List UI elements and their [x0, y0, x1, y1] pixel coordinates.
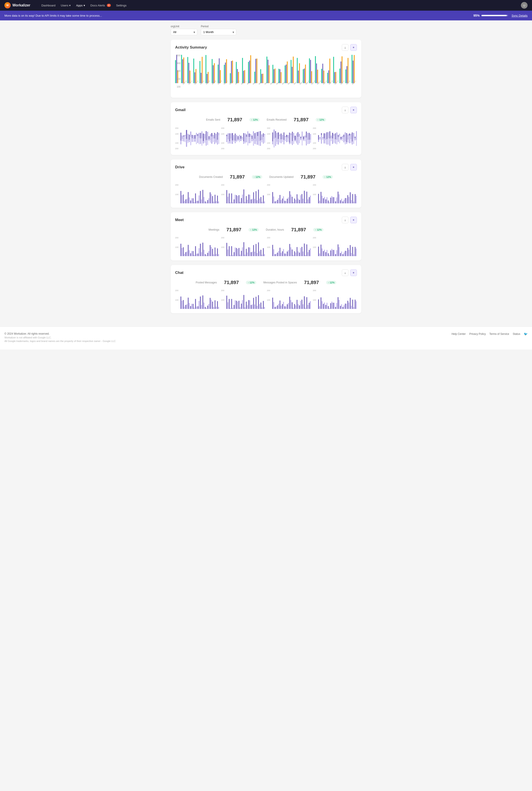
positive-bar	[247, 131, 248, 137]
bar-group	[229, 193, 231, 203]
bar	[217, 248, 218, 256]
positive-bars	[226, 289, 265, 309]
chat-settings-button[interactable]: ✦	[350, 269, 357, 276]
twitter-icon[interactable]: 🐦	[524, 332, 528, 336]
negative-bar	[240, 138, 241, 141]
bar-light	[262, 307, 263, 309]
negative-bar	[345, 141, 346, 144]
bar-light	[227, 197, 228, 203]
bar	[284, 253, 285, 256]
gmail-settings-button[interactable]: ✦	[350, 107, 357, 113]
bar	[258, 295, 259, 309]
drive-settings-button[interactable]: ✦	[350, 164, 357, 171]
drive-updated-value: 71,897	[301, 174, 316, 180]
bar	[229, 193, 230, 203]
bar-light	[324, 197, 325, 203]
positive-bar	[260, 131, 261, 140]
bar-group	[292, 132, 293, 145]
negative-bar	[232, 140, 233, 144]
bar-light	[300, 195, 301, 203]
up-arrow-icon: ↑	[318, 118, 319, 121]
bar-group	[338, 135, 339, 142]
footer-terms[interactable]: Terms of Service	[490, 333, 509, 336]
activity-settings-button[interactable]: ✦	[350, 44, 357, 51]
bar	[207, 200, 208, 203]
bar-light	[331, 302, 332, 309]
bar-light	[341, 251, 342, 256]
bar-light	[310, 248, 311, 256]
bar	[239, 195, 240, 203]
chat-actions: ↓ ✦	[342, 269, 357, 276]
bar-group	[197, 301, 200, 309]
positive-bar	[303, 136, 304, 139]
bar-light	[235, 195, 235, 203]
nav-dashboard[interactable]: Dashboard	[39, 2, 58, 9]
period-select[interactable]: 1 Month	[201, 29, 236, 35]
positive-bar	[285, 136, 286, 137]
gmail-download-button[interactable]: ↓	[342, 107, 348, 113]
bar-light	[227, 302, 228, 309]
activity-download-button[interactable]: ↓	[342, 44, 348, 51]
sync-details-link[interactable]: Sync Details	[512, 14, 528, 17]
avatar[interactable]: U	[521, 2, 528, 8]
nav-users[interactable]: Users ▾	[58, 2, 73, 9]
bar	[263, 195, 264, 203]
negative-bar	[284, 140, 284, 144]
activity-bar	[193, 59, 194, 83]
bar-group	[261, 134, 262, 143]
bar-group	[212, 59, 217, 83]
negative-bar	[341, 139, 341, 140]
bar-light	[240, 255, 241, 256]
bar-light	[339, 300, 340, 309]
drive-updated-label: Documents Updated	[269, 175, 293, 178]
bar-light	[189, 303, 190, 309]
bar-group	[243, 189, 245, 203]
bar-light	[331, 196, 332, 203]
footer-privacy-policy[interactable]: Privacy Policy	[469, 333, 486, 336]
footer-status[interactable]: Status	[513, 333, 520, 336]
nav-apps[interactable]: Apps ▾	[74, 2, 87, 9]
period-select-wrap: 1 Month	[201, 29, 236, 35]
bar-light	[356, 301, 357, 309]
up-arrow-icon: ↑	[328, 281, 329, 284]
positive-bars	[318, 236, 357, 256]
positive-bar	[202, 131, 202, 138]
bar-light	[201, 199, 202, 203]
footer-left: © 2024 Workalizer. All rights reserved. …	[4, 332, 116, 342]
chat-spaces-value: 71,897	[304, 280, 319, 285]
bar	[333, 303, 334, 309]
small-chart-wrap: 200100	[313, 236, 357, 256]
bar-light	[322, 195, 323, 203]
bar-light	[329, 308, 330, 309]
drive-download-button[interactable]: ↓	[342, 164, 348, 171]
bar	[321, 245, 321, 256]
bar-group	[180, 244, 183, 256]
positive-bar	[204, 134, 205, 138]
bar-group	[183, 300, 185, 309]
meet-settings-button[interactable]: ✦	[350, 216, 357, 223]
bar-group	[324, 133, 324, 144]
bar-light	[346, 304, 347, 309]
bar	[212, 249, 213, 256]
drive-actions: ↓ ✦	[342, 164, 357, 171]
chat-download-button[interactable]: ↓	[342, 269, 348, 276]
negative-bar	[263, 137, 264, 144]
negative-bar	[282, 139, 283, 142]
bar-group	[255, 297, 258, 309]
bar	[180, 244, 181, 256]
bar	[355, 300, 356, 309]
bar	[325, 199, 326, 203]
footer-help-center[interactable]: Help Center	[452, 333, 466, 336]
positive-bar	[339, 134, 340, 136]
nav-settings[interactable]: Settings	[114, 2, 129, 9]
negative-bar	[182, 139, 183, 141]
meet-download-button[interactable]: ↓	[342, 216, 348, 223]
gmail-received-badge: ↑ 12%	[316, 118, 326, 121]
nav-docs-alerts[interactable]: Docs Alerts 4	[88, 2, 113, 9]
org-unit-select[interactable]: All	[171, 29, 197, 35]
bar-group	[246, 249, 248, 256]
up-arrow-icon: ↑	[253, 176, 255, 178]
bar-group	[335, 133, 336, 144]
activity-bar	[322, 64, 323, 83]
bar-group	[200, 191, 202, 203]
